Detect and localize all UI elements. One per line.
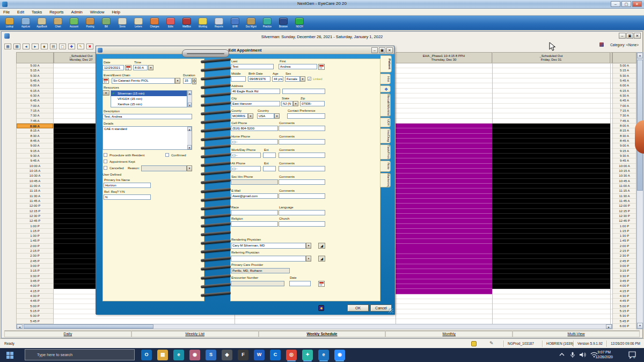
time-slot-label[interactable]: 6:30 A <box>613 93 636 98</box>
time-slot-label[interactable]: 5:30 P <box>17 314 53 318</box>
resource-item[interactable]: Xanthos (15 min) <box>111 102 187 107</box>
minimize-button[interactable]: – <box>611 1 620 7</box>
state-field[interactable]: NJ (N <box>281 101 293 106</box>
time-slot-label[interactable]: 3:15 P <box>613 269 636 273</box>
prev-day-icon[interactable]: ◄ <box>23 44 30 49</box>
menu-item[interactable]: File <box>3 10 10 15</box>
time-slot-label[interactable]: 1:45 P <box>17 238 53 243</box>
event-field[interactable]: Sx-Cataract Femto PIOL <box>112 78 175 84</box>
ok-button[interactable]: OK <box>347 305 369 312</box>
column-header-friday[interactable]: _Scheduled OutFriday, Dec 31 <box>492 52 610 63</box>
time-slot-label[interactable]: 4:30 P <box>613 294 636 299</box>
app-icon-5[interactable]: C <box>270 350 281 360</box>
time-slot-label[interactable]: 10:00 A <box>613 164 636 169</box>
time-slot-label[interactable]: 10:15 A <box>613 169 636 173</box>
toolbar-button[interactable]: Edits <box>163 16 178 30</box>
age-field[interactable]: 44 yrs <box>272 76 283 82</box>
time-slot-label[interactable]: 9:15 A <box>613 149 636 154</box>
time-slot-label[interactable]: 7:15 A <box>17 108 53 113</box>
view-tab[interactable]: Monthly <box>385 330 513 337</box>
religion-field[interactable] <box>231 221 278 227</box>
zip-field[interactable]: 07936- <box>300 101 325 106</box>
rendering-physician-field[interactable]: Cary M Silverman, MD <box>231 243 306 249</box>
time-slot-label[interactable]: 10:45 A <box>17 179 53 184</box>
country-field[interactable]: USA <box>257 113 274 119</box>
time-slot-label[interactable]: 2:00 P <box>17 244 53 249</box>
time-slot-label[interactable]: 4:45 P <box>17 299 53 303</box>
app-icon-1[interactable]: ◉ <box>189 350 200 360</box>
schedule-minimize-button[interactable]: – <box>619 33 626 39</box>
work-comments-field[interactable] <box>279 153 325 158</box>
time-slot-label[interactable]: 11:00 A <box>17 184 53 189</box>
sex-field[interactable]: Female <box>285 76 300 82</box>
alt-phone-field[interactable]: ( ) - <box>231 166 261 171</box>
duration-spinner[interactable]: ▲▼ <box>192 78 196 84</box>
scroll-right-icon[interactable]: ► <box>606 324 612 329</box>
dialog-titlebar[interactable]: Edit Appointment – ▣ ✕ <box>96 46 394 54</box>
time-slot-label[interactable]: 5:30 A <box>613 74 636 78</box>
primary-ins-field[interactable]: Horizon <box>104 183 151 188</box>
microphone-icon[interactable] <box>570 352 575 358</box>
time-slot-label[interactable]: 2:45 P <box>613 259 636 264</box>
rendering-dropdown-icon[interactable]: ▼ <box>306 243 311 249</box>
toolbar-button[interactable]: MailBox <box>179 16 194 30</box>
time-slot-label[interactable]: 4:15 P <box>17 289 53 294</box>
dialog-side-tab[interactable] <box>380 85 391 92</box>
word-icon[interactable]: W <box>254 350 265 360</box>
reason-dropdown-icon[interactable]: ▼ <box>187 165 192 171</box>
birth-date-field[interactable]: 09/08/1976 <box>248 76 270 82</box>
details-scroll-down-icon[interactable]: ▼ <box>187 145 192 149</box>
time-slot-label[interactable]: 4:30 P <box>17 294 53 299</box>
time-slot-label[interactable]: 2:15 P <box>613 249 636 254</box>
details-scroll-up-icon[interactable]: ▲ <box>187 127 192 131</box>
dialog-side-tab[interactable]: UDF <box>380 118 391 127</box>
toolbar-button[interactable]: NGCH <box>292 16 307 30</box>
county-field[interactable]: MORRIS <box>231 113 248 119</box>
menu-item[interactable]: Reports <box>49 10 63 15</box>
time-slot-label[interactable]: 12:45 P <box>17 219 53 223</box>
time-slot-label[interactable]: 6:45 A <box>613 98 636 103</box>
procedure-with-resident-checkbox[interactable] <box>104 153 107 157</box>
duration-field[interactable]: 15 <box>183 78 192 84</box>
vertical-scrollbar[interactable]: ▲ ▼ <box>636 52 643 329</box>
time-slot-label[interactable]: 9:30 A <box>17 154 53 158</box>
time-slot-label[interactable]: 8:45 A <box>613 139 636 143</box>
resize-grip[interactable] <box>389 308 393 313</box>
time-slot-label[interactable]: 12:45 P <box>613 219 636 223</box>
address-field[interactable]: 46 Eagle Rock Rd <box>231 89 280 94</box>
cell-phone-field[interactable]: (516) 804-5200 <box>231 126 278 131</box>
menu-item[interactable]: Tasks <box>32 10 42 15</box>
dialog-close-button[interactable]: ✕ <box>386 47 393 53</box>
time-slot-label[interactable]: 5:15 A <box>17 68 53 73</box>
time-slot-label[interactable]: 2:00 P <box>613 244 636 249</box>
menu-item[interactable]: Window <box>90 10 105 15</box>
event-calendar-icon[interactable] <box>103 78 109 84</box>
work-ext-field[interactable] <box>263 153 276 158</box>
referring-dropdown-icon[interactable]: ▾ <box>306 256 311 262</box>
time-slot-label[interactable]: 1:00 P <box>613 224 636 229</box>
time-slot-label[interactable]: 2:30 P <box>613 254 636 258</box>
speaker-icon[interactable] <box>580 352 586 358</box>
time-slot-label[interactable]: 6:15 A <box>613 89 636 93</box>
app-icon-2[interactable]: S <box>206 350 216 360</box>
time-slot-label[interactable]: 5:45 A <box>613 78 636 83</box>
add-appointment-icon[interactable]: ✚ <box>68 44 75 49</box>
view-tab[interactable]: Weekly Schedule <box>259 330 386 337</box>
patient-lookup-icon[interactable] <box>318 64 325 70</box>
time-slot-label[interactable]: 10:30 A <box>17 173 53 178</box>
toolbar-button[interactable]: Stmts <box>115 16 130 30</box>
app-icon-4[interactable]: F <box>238 350 248 360</box>
resources-scroll-up-icon[interactable]: ▲ <box>188 91 192 95</box>
time-slot-label[interactable]: 8:15 A <box>613 128 636 133</box>
menu-item[interactable]: Help <box>112 10 120 15</box>
horizontal-scrollbar[interactable]: ◄ ► <box>16 324 612 329</box>
toolbar-button[interactable]: Posting <box>83 16 98 30</box>
calendar-week-icon[interactable]: ▦ <box>13 44 20 49</box>
resources-scrollbar[interactable]: ▲ ▼ <box>187 90 192 107</box>
toolbar-button[interactable]: Practice <box>260 16 275 30</box>
city-field[interactable]: East Hanover <box>231 101 280 106</box>
time-slot-label[interactable]: 6:00 P <box>613 324 636 329</box>
time-slot-label[interactable]: 3:30 P <box>17 274 53 279</box>
alt-comments-field[interactable] <box>279 166 325 171</box>
time-slot-label[interactable]: 5:00 P <box>613 304 636 309</box>
